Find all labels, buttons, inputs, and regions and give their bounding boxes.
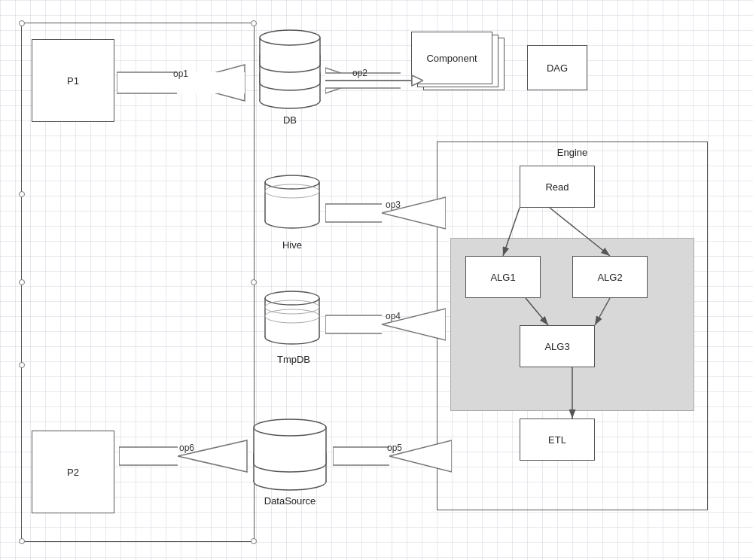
op6-arrow [119, 434, 255, 478]
alg1-node[interactable]: ALG1 [465, 256, 541, 298]
alg2-label: ALG2 [597, 272, 622, 283]
tmpdb-cylinder [262, 280, 322, 348]
svg-point-25 [265, 291, 319, 305]
alg3-label: ALG3 [544, 341, 569, 352]
tmpdb-label: TmpDB [265, 354, 322, 365]
op5-arrow [333, 434, 452, 478]
op1-label: op1 [173, 68, 188, 79]
datasource-label: DataSource [254, 495, 326, 507]
p1-node[interactable]: P1 [32, 39, 114, 122]
svg-line-54 [595, 298, 610, 325]
svg-line-52 [550, 208, 610, 256]
svg-point-14 [260, 30, 320, 45]
op4-arrow [325, 303, 446, 346]
svg-point-37 [254, 419, 326, 436]
dag-node[interactable]: DAG [527, 45, 587, 90]
alg3-node[interactable]: ALG3 [520, 325, 595, 367]
svg-point-19 [265, 175, 319, 189]
dag-label: DAG [547, 62, 568, 74]
svg-line-53 [526, 298, 548, 325]
component-label: Component [426, 53, 477, 64]
datasource-cylinder [248, 417, 331, 492]
p2-label: P2 [67, 467, 79, 478]
op4-label: op4 [386, 311, 401, 321]
p1-label: P1 [67, 75, 79, 87]
op6-label: op6 [179, 443, 194, 453]
alg2-node[interactable]: ALG2 [572, 256, 648, 298]
svg-line-51 [503, 208, 520, 256]
hive-label: Hive [271, 239, 313, 251]
op5-label: op5 [387, 443, 402, 453]
diagram-canvas: P1 P2 DB Hive [0, 0, 753, 560]
db-label: DB [279, 114, 301, 126]
svg-marker-45 [412, 75, 423, 86]
hive-cylinder [262, 164, 322, 232]
op3-arrow [325, 191, 446, 235]
op2-arrow [325, 62, 423, 99]
alg1-label: ALG1 [490, 272, 515, 283]
op1-arrow [117, 60, 267, 105]
p2-node[interactable]: P2 [32, 431, 114, 513]
op3-label: op3 [386, 199, 401, 210]
op2-label: op2 [352, 68, 367, 78]
